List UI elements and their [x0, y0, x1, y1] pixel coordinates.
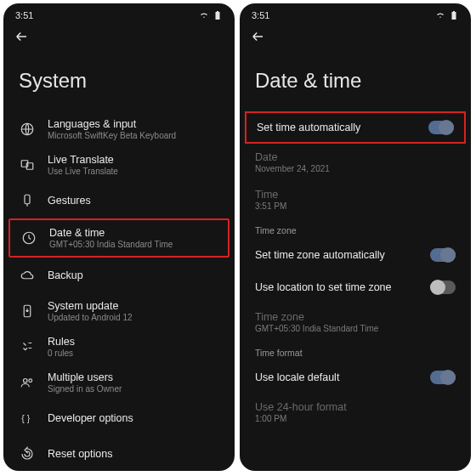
- item-rules[interactable]: Rules 0 rules: [8, 329, 230, 365]
- item-reset-options[interactable]: Reset options: [8, 436, 230, 471]
- item-label: Gestures: [48, 195, 91, 207]
- toggle-auto-timezone[interactable]: [430, 248, 456, 262]
- status-bar: 3:51: [240, 3, 471, 24]
- item-label: Live Translate: [48, 154, 118, 166]
- globe-icon: [19, 121, 36, 138]
- item-multiple-users[interactable]: Multiple users Signed in as Owner: [8, 365, 230, 400]
- row-time: Time 3:51 PM: [240, 181, 471, 218]
- item-date-time[interactable]: Date & time GMT+05:30 India Standard Tim…: [8, 218, 230, 258]
- item-label: Reset options: [48, 448, 112, 460]
- status-icons: [199, 10, 223, 20]
- back-row: [3, 24, 235, 52]
- row-sub: GMT+05:30 India Standard Time: [255, 324, 378, 333]
- svg-rect-3: [25, 195, 30, 204]
- page-title: Date & time: [240, 52, 471, 111]
- status-bar: 3:51: [3, 3, 235, 24]
- item-label: Multiple users: [48, 371, 122, 383]
- item-label: Languages & input: [48, 118, 176, 130]
- item-live-translate[interactable]: Live Translate Use Live Translate: [8, 147, 230, 183]
- back-icon[interactable]: [14, 35, 29, 47]
- item-system-update[interactable]: System update Updated to Android 12: [8, 293, 230, 329]
- section-header-timeformat: Time format: [240, 341, 471, 361]
- clock-icon: [20, 230, 37, 246]
- row-date: Date November 24, 2021: [240, 144, 471, 181]
- wifi-icon: [435, 10, 445, 20]
- row-use-24h: Use 24-hour format 1:00 PM: [240, 394, 471, 431]
- battery-icon: [212, 10, 223, 20]
- item-sub: Use Live Translate: [48, 167, 118, 176]
- item-sub: 0 rules: [48, 348, 75, 358]
- item-label: Developer options: [48, 412, 133, 424]
- row-label: Use 24-hour format: [255, 401, 347, 413]
- item-sub: Updated to Android 12: [48, 313, 133, 322]
- row-label: Set time automatically: [257, 122, 360, 133]
- row-set-time-auto[interactable]: Set time automatically: [245, 111, 466, 144]
- people-icon: [19, 374, 36, 391]
- row-sub: 1:00 PM: [255, 414, 347, 423]
- item-languages[interactable]: Languages & input Microsoft SwiftKey Bet…: [8, 111, 230, 147]
- braces-icon: { }: [19, 410, 36, 427]
- status-time: 3:51: [252, 10, 269, 20]
- row-sub: November 24, 2021: [255, 164, 330, 173]
- page-title: System: [3, 52, 235, 111]
- cloud-icon: [19, 267, 36, 284]
- row-label: Use location to set time zone: [255, 281, 392, 293]
- back-row: [240, 24, 471, 52]
- section-header-timezone: Time zone: [240, 218, 471, 239]
- row-label: Time zone: [255, 311, 378, 323]
- item-developer-options[interactable]: { } Developer options: [8, 400, 230, 436]
- status-time: 3:51: [15, 10, 33, 20]
- toggle-set-time-auto[interactable]: [428, 121, 454, 134]
- row-sub: 3:51 PM: [255, 201, 286, 211]
- item-label: Backup: [48, 269, 83, 281]
- system-screen: 3:51 System Languages & input Microsoft …: [3, 3, 235, 471]
- item-backup[interactable]: Backup: [8, 258, 230, 293]
- row-auto-timezone[interactable]: Set time zone automatically: [240, 239, 471, 271]
- toggle-locale-default[interactable]: [430, 371, 456, 384]
- svg-text:{ }: { }: [21, 413, 30, 423]
- row-locale-default[interactable]: Use locale default: [240, 361, 471, 394]
- status-icons: [435, 10, 459, 20]
- row-timezone-value: Time zone GMT+05:30 India Standard Time: [240, 303, 471, 341]
- wifi-icon: [199, 10, 209, 20]
- item-sub: Signed in as Owner: [48, 384, 122, 394]
- back-icon[interactable]: [250, 35, 265, 47]
- translate-icon: [19, 156, 36, 173]
- item-gestures[interactable]: Gestures: [8, 183, 230, 218]
- item-sub: GMT+05:30 India Standard Time: [49, 240, 173, 249]
- row-label: Date: [255, 151, 330, 163]
- gesture-icon: [19, 192, 36, 209]
- svg-point-6: [24, 379, 28, 383]
- row-label: Time: [255, 189, 286, 201]
- item-sub: Microsoft SwiftKey Beta Keyboard: [48, 131, 176, 140]
- row-label: Use locale default: [255, 371, 339, 383]
- battery-icon: [449, 10, 459, 20]
- date-time-screen: 3:51 Date & time Set time automatically …: [240, 3, 471, 471]
- item-label: System update: [48, 300, 133, 312]
- item-label: Date & time: [49, 227, 173, 239]
- update-icon: [19, 303, 36, 320]
- row-label: Set time zone automatically: [255, 249, 385, 261]
- svg-point-7: [29, 379, 32, 382]
- item-label: Rules: [48, 336, 75, 348]
- toggle-use-location-tz[interactable]: [430, 280, 456, 294]
- reset-icon: [19, 445, 36, 462]
- row-use-location-tz[interactable]: Use location to set time zone: [240, 271, 471, 303]
- settings-list: Languages & input Microsoft SwiftKey Bet…: [3, 111, 235, 471]
- rules-icon: [19, 338, 36, 355]
